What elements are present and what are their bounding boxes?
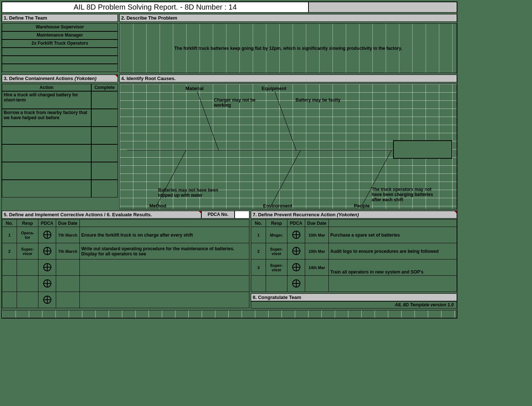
- col-no: No.: [2, 220, 17, 227]
- pdca-icon: [43, 231, 51, 239]
- no-cell[interactable]: 2: [251, 243, 266, 259]
- team-member-cell[interactable]: [2, 56, 118, 64]
- due-cell[interactable]: 7th March: [56, 243, 80, 259]
- fishbone-material-label: Material: [185, 86, 204, 91]
- section-3-header: 3. Define Containment Actions (Yokoten): [2, 75, 118, 82]
- desc-cell[interactable]: [80, 292, 249, 308]
- fishbone-people-label: People: [354, 203, 370, 209]
- containment-action-cell[interactable]: Borrow a truck from nearby factory that …: [2, 109, 91, 127]
- problem-description-cell[interactable]: The forklift truck batteries keep going …: [119, 23, 457, 73]
- desc-cell[interactable]: Audit logs to ensure procedures are bein…: [329, 243, 457, 259]
- page-title: AIL 8D Problem Solving Report. - 8D Numb…: [74, 3, 226, 11]
- team-member-cell[interactable]: [2, 48, 118, 56]
- no-cell[interactable]: [2, 292, 17, 308]
- table-row: 2 Super-visor 7th March Write out standa…: [2, 243, 249, 259]
- table-row: [2, 276, 249, 292]
- due-cell[interactable]: [56, 292, 80, 308]
- col-due: Due Date: [305, 220, 329, 227]
- table-row: 2 Super-visor 10th Mar Audit logs to ens…: [251, 243, 457, 259]
- team-member-cell[interactable]: 2x Forklift Truck Operators: [2, 39, 118, 48]
- pdca-icon: [43, 263, 51, 271]
- pdca-icon: [43, 279, 51, 288]
- resp-cell[interactable]: Super-visor: [266, 259, 287, 276]
- pdca-icon: [43, 247, 51, 255]
- containment-complete-cell[interactable]: [91, 109, 118, 127]
- fishbone-battery-text: Battery may be faulty: [296, 97, 340, 103]
- due-cell[interactable]: 7th March: [56, 227, 80, 243]
- fishbone-equipment-label: Equipment: [262, 86, 286, 91]
- pdca-icon: [43, 296, 51, 304]
- desc-cell[interactable]: [80, 259, 249, 276]
- section-8-header: 8. Congratulate Team: [251, 293, 457, 301]
- resp-cell[interactable]: Opera-tor: [17, 227, 38, 243]
- resp-cell[interactable]: [17, 259, 38, 276]
- table-row: [2, 292, 249, 308]
- containment-action-cell[interactable]: [2, 144, 91, 162]
- due-cell[interactable]: 10th Mar: [305, 243, 329, 259]
- team-member-cell[interactable]: [2, 64, 118, 72]
- pdca-no-field[interactable]: [235, 211, 249, 219]
- due-cell[interactable]: [305, 276, 329, 292]
- no-cell[interactable]: [251, 276, 266, 292]
- pdca-cell[interactable]: [38, 243, 56, 259]
- table-row: 1 Opera-tor 7th March Ensure the forklif…: [2, 227, 249, 243]
- col-resp: Resp: [17, 220, 38, 227]
- col-desc: [80, 220, 249, 227]
- resp-cell[interactable]: [17, 292, 38, 308]
- resp-cell[interactable]: Super-visor: [266, 243, 287, 259]
- fishbone-diagram: Material Equipment Charger may not be wo…: [119, 84, 457, 209]
- pdca-cell[interactable]: [287, 259, 305, 276]
- resp-cell[interactable]: [17, 276, 38, 292]
- no-cell[interactable]: [2, 259, 17, 276]
- fishbone-environment-label: Environment: [263, 203, 292, 209]
- no-cell[interactable]: 2: [2, 243, 17, 259]
- containment-complete-cell[interactable]: [91, 162, 118, 180]
- fishbone-operators-text: The truck operators may not have been ch…: [372, 187, 438, 202]
- col-resp: Resp: [266, 220, 287, 227]
- pdca-icon: [292, 279, 300, 288]
- pdca-cell[interactable]: [38, 227, 56, 243]
- resp-cell[interactable]: Super-visor: [17, 243, 38, 259]
- resp-cell[interactable]: [266, 276, 287, 292]
- no-cell[interactable]: 3: [251, 259, 266, 276]
- containment-complete-cell[interactable]: [91, 144, 118, 162]
- desc-cell[interactable]: [329, 276, 457, 292]
- pdca-icon: [292, 247, 300, 255]
- due-cell[interactable]: 14th Mar: [305, 259, 329, 276]
- desc-cell[interactable]: Write out standard operating procedure f…: [80, 243, 249, 259]
- no-cell[interactable]: [2, 276, 17, 292]
- pdca-cell[interactable]: [287, 243, 305, 259]
- desc-cell[interactable]: Purchase a spare set of batteries: [329, 227, 457, 243]
- containment-action-cell[interactable]: [2, 180, 91, 197]
- due-cell[interactable]: 10th Mar: [305, 227, 329, 243]
- desc-cell[interactable]: Train all operators in new system and SO…: [329, 259, 457, 276]
- pdca-cell[interactable]: [38, 259, 56, 276]
- containment-action-cell[interactable]: Hire a truck will charged battery for sh…: [2, 91, 91, 109]
- no-cell[interactable]: 1: [2, 227, 17, 243]
- fishbone-effect-box[interactable]: [393, 140, 452, 159]
- no-cell[interactable]: 1: [251, 227, 266, 243]
- due-cell[interactable]: [56, 276, 80, 292]
- section-7-header: 7. Define Prevent Recurrence Action (Yok…: [251, 211, 457, 219]
- team-member-cell[interactable]: Maintenance Manager: [2, 31, 118, 39]
- containment-action-cell[interactable]: [2, 162, 91, 180]
- corrective-actions-table: No. Resp PDCA Due Date 1 Opera-tor 7th M…: [2, 219, 249, 308]
- pdca-cell[interactable]: [287, 276, 305, 292]
- containment-complete-cell[interactable]: [91, 180, 118, 197]
- containment-complete-cell[interactable]: [91, 91, 118, 109]
- title-tail: [308, 2, 457, 13]
- table-row: [2, 259, 249, 276]
- containment-complete-cell[interactable]: [91, 127, 118, 144]
- section-2-header: 2. Describe The Problem: [119, 14, 457, 22]
- pdca-cell[interactable]: [38, 276, 56, 292]
- team-member-cell[interactable]: Warehouse Supervisor: [2, 23, 118, 31]
- resp-cell[interactable]: Mnger.: [266, 227, 287, 243]
- desc-cell[interactable]: Ensure the forklift truck is on charge a…: [80, 227, 249, 243]
- due-cell[interactable]: [56, 259, 80, 276]
- pdca-cell[interactable]: [38, 292, 56, 308]
- containment-action-cell[interactable]: [2, 127, 91, 144]
- report-number-field[interactable]: 14: [229, 3, 237, 11]
- desc-cell[interactable]: [80, 276, 249, 292]
- pdca-cell[interactable]: [287, 227, 305, 243]
- fishbone-charger-text: Charger may not be working: [214, 97, 258, 108]
